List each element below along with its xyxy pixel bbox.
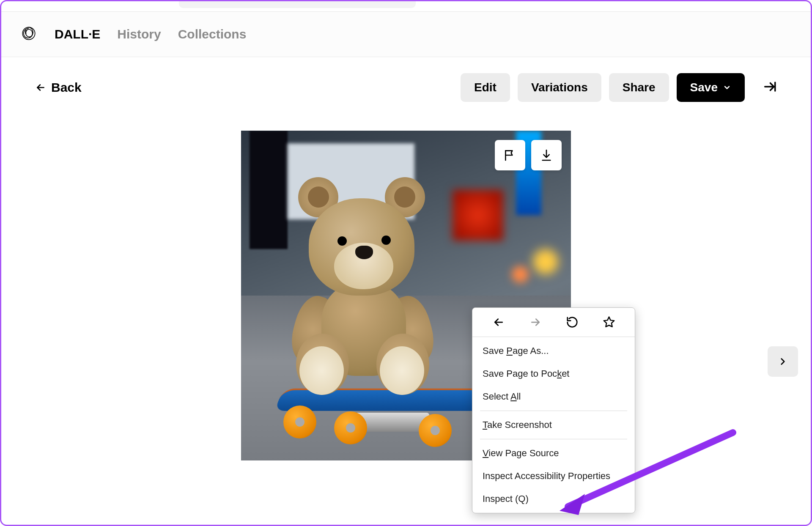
image-overlay-actions xyxy=(495,140,562,170)
url-bar-hint xyxy=(179,0,416,8)
sub-header: Back Edit Variations Share Save xyxy=(1,57,811,118)
collapse-panel-button[interactable] xyxy=(763,79,777,96)
back-button[interactable]: Back xyxy=(35,80,82,95)
ctx-inspect[interactable]: Inspect (Q) xyxy=(472,488,635,510)
reload-icon xyxy=(566,316,579,329)
variations-button[interactable]: Variations xyxy=(518,73,601,102)
flag-icon xyxy=(503,148,517,162)
arrow-left-icon xyxy=(492,316,505,329)
edit-button[interactable]: Edit xyxy=(461,73,510,102)
ctx-forward-button[interactable] xyxy=(528,315,543,330)
nav-history[interactable]: History xyxy=(117,27,161,41)
ctx-back-button[interactable] xyxy=(491,315,506,330)
arrow-right-icon xyxy=(529,316,542,329)
back-label: Back xyxy=(51,80,82,95)
share-button[interactable]: Share xyxy=(609,73,669,102)
download-button[interactable] xyxy=(531,140,562,170)
chevron-right-icon xyxy=(777,356,788,367)
ctx-inspect-accessibility[interactable]: Inspect Accessibility Properties xyxy=(472,465,635,488)
context-menu-nav xyxy=(472,308,635,337)
chevron-down-icon xyxy=(723,83,731,92)
nav-collections[interactable]: Collections xyxy=(178,27,247,41)
content-area xyxy=(1,118,811,460)
ctx-reload-button[interactable] xyxy=(565,315,580,330)
ctx-save-page-as[interactable]: Save Page As... xyxy=(472,340,635,362)
nav-dalle[interactable]: DALL·E xyxy=(55,27,100,41)
action-bar: Edit Variations Share Save xyxy=(461,73,777,102)
arrow-left-icon xyxy=(35,82,46,93)
ctx-take-screenshot[interactable]: Take Screenshot xyxy=(472,414,635,436)
star-icon xyxy=(603,316,615,329)
ctx-save-to-pocket[interactable]: Save Page to Pocket xyxy=(472,362,635,385)
save-button[interactable]: Save xyxy=(677,73,745,102)
ctx-view-page-source[interactable]: View Page Source xyxy=(472,442,635,465)
app-frame: DALL·E History Collections Back Edit Var… xyxy=(0,0,812,526)
context-menu: Save Page As... Save Page to Pocket Sele… xyxy=(472,307,635,513)
top-nav: DALL·E History Collections xyxy=(1,12,811,57)
teddy-bear-illustration xyxy=(266,173,461,401)
ctx-bookmark-button[interactable] xyxy=(601,315,617,330)
next-image-button[interactable] xyxy=(768,346,798,377)
download-icon xyxy=(540,148,553,162)
save-label: Save xyxy=(690,81,718,94)
openai-logo-icon[interactable] xyxy=(20,25,38,44)
ctx-select-all[interactable]: Select All xyxy=(472,385,635,408)
flag-button[interactable] xyxy=(495,140,525,170)
collapse-right-icon xyxy=(763,79,777,94)
